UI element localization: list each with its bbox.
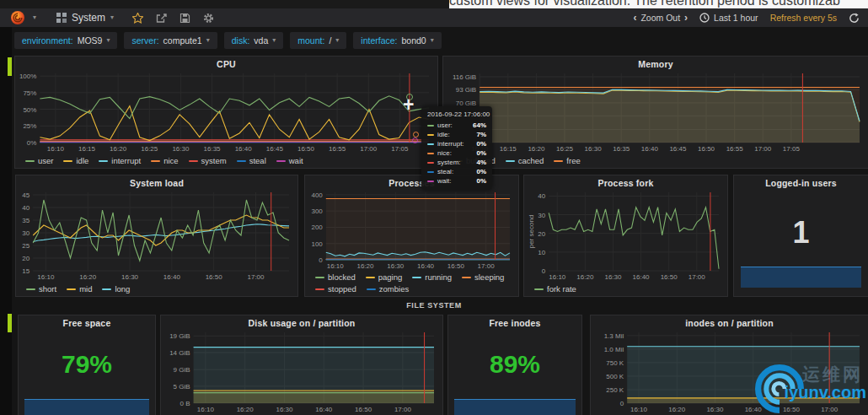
- svg-text:16:30: 16:30: [604, 273, 622, 281]
- legend-color-dash: [276, 160, 286, 162]
- system-load-graph[interactable]: 4540353025201516:1016:2016:3016:4016:501…: [19, 188, 295, 281]
- tooltip-series-value: 0%: [476, 168, 486, 175]
- legend-label: steal: [249, 155, 266, 166]
- tooltip-series-name: user:: [437, 121, 453, 129]
- disk-usage-graph[interactable]: 19 GiB14 GiB9 GiB5 GiB0 B16:1016:2016:30…: [163, 328, 440, 413]
- legend-label: free: [566, 155, 580, 166]
- svg-text:40: 40: [538, 192, 545, 200]
- svg-text:9 GiB: 9 GiB: [174, 366, 190, 374]
- svg-text:16:20: 16:20: [576, 273, 594, 281]
- dashboard-grid-icon: [56, 13, 67, 23]
- tooltip-row: steal:0%: [427, 168, 486, 175]
- panel-process-fork: Process fork 40302010016:1016:2016:3016:…: [523, 175, 728, 297]
- legend-color-dash: [63, 160, 72, 162]
- svg-text:16:45: 16:45: [266, 145, 284, 153]
- svg-text:19 GiB: 19 GiB: [169, 332, 190, 340]
- svg-text:16:45: 16:45: [669, 145, 687, 153]
- row-handle[interactable]: [8, 314, 12, 332]
- legend-item[interactable]: zombies: [367, 283, 409, 294]
- svg-text:17:00: 17:00: [360, 145, 378, 153]
- svg-text:16:50: 16:50: [783, 406, 801, 413]
- panel-title: Logged-in users: [734, 178, 868, 188]
- svg-text:50%: 50%: [23, 106, 36, 114]
- legend-color-dash: [151, 160, 160, 162]
- legend-item[interactable]: short: [26, 283, 56, 294]
- sparkline: [24, 399, 149, 415]
- legend-item[interactable]: stopped: [315, 283, 356, 294]
- svg-text:100%: 100%: [19, 73, 36, 80]
- legend-item[interactable]: fork rate: [534, 283, 576, 294]
- svg-text:16:50: 16:50: [447, 262, 465, 270]
- tooltip-series-value: 0%: [476, 149, 486, 157]
- legend-color-dash: [534, 288, 544, 290]
- legend-label: paging: [378, 272, 403, 283]
- legend-item[interactable]: running: [412, 272, 452, 283]
- svg-text:16:20: 16:20: [237, 406, 255, 413]
- variable-interface[interactable]: interface: bond0 ▾: [353, 32, 441, 49]
- star-icon[interactable]: [132, 13, 143, 24]
- legend-color-dash: [367, 288, 376, 290]
- legend-item[interactable]: mid: [67, 283, 92, 294]
- legend-item[interactable]: system: [189, 155, 227, 166]
- svg-text:17:00: 17:00: [478, 262, 496, 270]
- process-fork-graph[interactable]: 40302010016:1016:2016:3016:4016:5017:00p…: [527, 188, 725, 281]
- processes-graph[interactable]: 400300200100016:1016:2016:3016:4016:5017…: [308, 188, 516, 270]
- legend-item[interactable]: nice: [151, 155, 178, 166]
- tooltip-series-name: nice:: [437, 149, 452, 157]
- tooltip-series-name: steal:: [437, 168, 453, 175]
- clock-icon: [699, 13, 710, 23]
- legend-item[interactable]: blocked: [315, 272, 356, 283]
- svg-text:16:50: 16:50: [698, 145, 715, 153]
- legend-item[interactable]: long: [102, 283, 130, 294]
- tooltip-series-name: wait:: [437, 177, 451, 185]
- gear-icon[interactable]: [203, 13, 214, 24]
- tooltip-series-value: 7%: [476, 131, 486, 138]
- grafana-menu[interactable]: ▾: [10, 10, 36, 25]
- legend-item[interactable]: sleeping: [462, 272, 504, 283]
- memory-graph[interactable]: 116 GiB93 GiB70 GiB16:1016:1516:2016:251…: [446, 69, 865, 153]
- svg-text:5 GiB: 5 GiB: [174, 383, 190, 391]
- legend-item[interactable]: interrupt: [99, 155, 141, 166]
- variable-mount[interactable]: mount: / ▾: [290, 32, 346, 49]
- refresh-icon[interactable]: [849, 13, 860, 24]
- tooltip-series-dash: [427, 171, 434, 173]
- refresh-interval-button[interactable]: Refresh every 5s: [770, 13, 837, 23]
- legend-color-dash: [366, 277, 375, 278]
- zoom-out-button[interactable]: Zoom Out: [640, 13, 680, 23]
- legend-item[interactable]: cached: [506, 155, 544, 166]
- save-icon[interactable]: [179, 13, 190, 24]
- svg-text:16:10: 16:10: [549, 273, 566, 281]
- row-handle[interactable]: [8, 57, 12, 76]
- webpage-partial-text: custom views for visualization. The rete…: [449, 0, 868, 8]
- legend-item[interactable]: user: [25, 155, 53, 166]
- variable-value: /: [329, 35, 331, 46]
- legend-item[interactable]: wait: [276, 155, 303, 166]
- variable-value: bond0: [402, 35, 426, 46]
- share-icon[interactable]: [156, 13, 167, 24]
- time-picker[interactable]: Last 1 hour: [699, 13, 758, 23]
- variable-server[interactable]: server: compute1 ▾: [124, 32, 217, 49]
- dashboard-picker[interactable]: System ▾: [50, 10, 121, 25]
- svg-text:30: 30: [22, 229, 29, 237]
- cpu-graph[interactable]: 100%75%50%25%0%16:1016:1516:2016:2516:30…: [18, 69, 435, 153]
- zoom-out-left-icon[interactable]: ‹: [633, 13, 636, 23]
- legend-color-dash: [67, 288, 76, 290]
- legend-item[interactable]: idle: [63, 155, 88, 166]
- variable-disk[interactable]: disk: vda ▾: [224, 32, 284, 49]
- zoom-out-right-icon[interactable]: ›: [684, 13, 688, 23]
- tooltip-series-dash: [427, 181, 434, 182]
- tooltip-rows: user:64%idle:7%interrupt:0%nice:0%system…: [427, 121, 486, 185]
- legend-item[interactable]: paging: [366, 272, 403, 283]
- legend-color-dash: [412, 277, 421, 278]
- row-title-file-system[interactable]: FILE SYSTEM: [0, 301, 868, 310]
- chevron-down-icon: ▾: [106, 37, 110, 44]
- inodes-graph[interactable]: 1.3 Mil1.0 Mil750 K500 K250 K016:1016:20…: [593, 328, 865, 413]
- legend-item[interactable]: free: [554, 155, 580, 166]
- panel-title: inodes on / partition: [591, 318, 868, 328]
- grafana-logo-icon[interactable]: [10, 10, 25, 25]
- variable-environment[interactable]: environment: MOS9 ▾: [14, 32, 117, 49]
- tooltip-series-dash: [427, 162, 434, 164]
- legend-color-dash: [25, 160, 35, 162]
- svg-text:16:50: 16:50: [661, 273, 678, 281]
- legend-item[interactable]: steal: [237, 155, 266, 166]
